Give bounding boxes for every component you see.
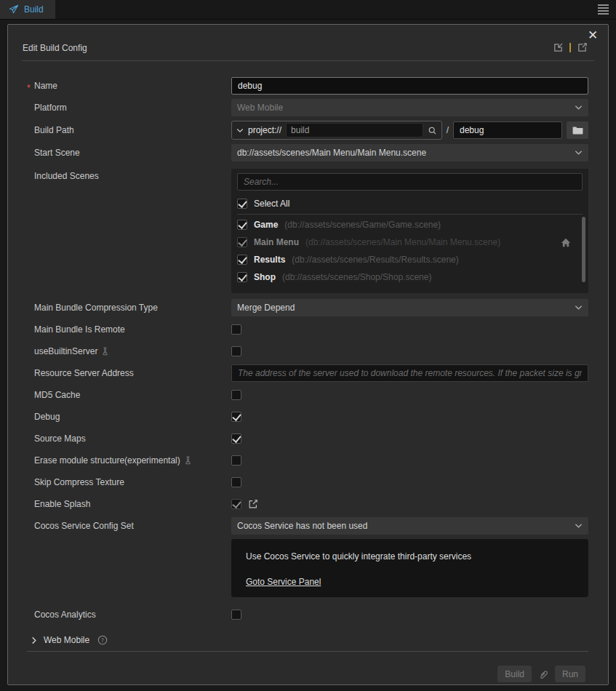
chevron-down-icon xyxy=(575,305,583,311)
top-bar: Build xyxy=(0,0,616,20)
export-config-icon[interactable] xyxy=(577,42,588,53)
enable-splash-checkbox[interactable] xyxy=(231,499,241,509)
platform-label: Platform xyxy=(27,103,231,113)
scene-item-shop[interactable]: Shop (db://assets/scenes/Shop/Shop.scene… xyxy=(237,268,583,286)
service-config-row: Cocos Service Config Set Cocos Service h… xyxy=(27,517,588,535)
source-maps-checkbox[interactable] xyxy=(231,434,241,444)
paper-plane-icon xyxy=(9,4,19,15)
included-scenes-row: Included Scenes Select All Game (db://as… xyxy=(27,169,588,293)
chevron-down-icon xyxy=(575,523,583,529)
resource-server-row: Resource Server Address xyxy=(27,364,588,382)
platform-select[interactable]: Web Mobile xyxy=(231,99,588,116)
path-separator: / xyxy=(447,125,449,135)
debug-label: Debug xyxy=(27,412,231,422)
folder-icon xyxy=(572,126,583,135)
erase-module-label: Erase module structure(experimental) xyxy=(27,455,231,466)
edit-build-config-dialog: ✕ Edit Build Config * Name Platfo xyxy=(7,24,609,685)
erase-module-checkbox[interactable] xyxy=(231,455,241,466)
md5-cache-label: MD5 Cache xyxy=(27,390,231,400)
build-config-form: * Name Platform Web Mobile Build Path xyxy=(8,61,608,682)
compression-label: Main Bundle Compression Type xyxy=(27,303,231,313)
service-message: Use Cocos Service to quickly integrate t… xyxy=(246,551,574,562)
service-config-select[interactable]: Cocos Service has not been used xyxy=(231,517,588,535)
source-maps-label: Source Maps xyxy=(27,434,231,444)
cocos-analytics-label: Cocos Analytics xyxy=(27,610,231,620)
scene-item-main-menu[interactable]: Main Menu (db://assets/scenes/Main Menu/… xyxy=(237,233,583,251)
scene-checkbox[interactable] xyxy=(237,272,247,282)
compression-select[interactable]: Merge Depend xyxy=(231,299,588,316)
skip-compress-checkbox[interactable] xyxy=(231,477,241,487)
md5-cache-checkbox[interactable] xyxy=(231,390,241,400)
start-scene-row: Start Scene db://assets/scenes/Main Menu… xyxy=(27,144,588,161)
scene-checkbox xyxy=(237,237,247,247)
close-icon[interactable]: ✕ xyxy=(586,29,599,42)
chevron-down-icon xyxy=(575,105,583,111)
resource-server-input[interactable] xyxy=(231,364,588,382)
skip-compress-label: Skip Compress Texture xyxy=(27,477,231,487)
build-path-label: Build Path xyxy=(27,125,231,135)
debug-checkbox[interactable] xyxy=(231,412,241,422)
select-all-label: Select All xyxy=(254,199,289,209)
enable-splash-label: Enable Splash xyxy=(27,499,231,509)
cocos-analytics-row: Cocos Analytics xyxy=(27,606,588,623)
open-folder-button[interactable] xyxy=(567,121,588,139)
select-all-checkbox[interactable] xyxy=(237,199,247,209)
link-icon[interactable] xyxy=(538,669,548,679)
service-config-label: Cocos Service Config Set xyxy=(27,521,231,531)
md5-cache-row: MD5 Cache xyxy=(27,386,588,404)
experimental-flask-icon xyxy=(184,456,192,465)
enable-splash-row: Enable Splash xyxy=(27,495,588,513)
svg-text:?: ? xyxy=(101,637,104,644)
name-input[interactable] xyxy=(231,77,588,95)
scene-item-game[interactable]: Game (db://assets/scenes/Game/Game.scene… xyxy=(237,216,583,233)
main-bundle-is-remote-label: Main Bundle Is Remote xyxy=(27,324,231,335)
tab-build[interactable]: Build xyxy=(0,0,55,19)
source-maps-row: Source Maps xyxy=(27,430,588,447)
import-config-icon[interactable] xyxy=(553,42,564,53)
question-icon[interactable]: ? xyxy=(97,635,108,645)
service-info-panel: Use Cocos Service to quickly integrate t… xyxy=(231,539,588,597)
action-divider xyxy=(569,43,571,52)
edit-splash-icon[interactable] xyxy=(248,499,258,509)
main-bundle-is-remote-checkbox[interactable] xyxy=(231,324,241,335)
menu-icon[interactable] xyxy=(594,0,616,19)
use-builtin-server-row: useBuiltinServer xyxy=(27,343,588,360)
resource-server-label: Resource Server Address xyxy=(27,368,231,378)
run-button[interactable]: Run xyxy=(555,666,585,682)
scene-checkbox[interactable] xyxy=(237,255,247,265)
use-builtin-server-label: useBuiltinServer xyxy=(27,346,231,356)
topbar-spacer xyxy=(55,0,594,19)
dialog-footer: Build Run xyxy=(27,652,588,682)
use-builtin-server-checkbox[interactable] xyxy=(231,346,241,356)
experimental-flask-icon xyxy=(101,347,109,356)
select-all-row[interactable]: Select All xyxy=(237,193,583,214)
erase-module-row: Erase module structure(experimental) xyxy=(27,452,588,469)
home-icon xyxy=(561,238,571,247)
search-icon[interactable] xyxy=(428,126,437,135)
scene-search-input[interactable] xyxy=(237,173,583,191)
main-bundle-is-remote-row: Main Bundle Is Remote xyxy=(27,321,588,338)
scrollbar[interactable] xyxy=(582,217,585,282)
dialog-title: Edit Build Config xyxy=(23,43,87,53)
start-scene-select[interactable]: db://assets/scenes/Main Menu/Main Menu.s… xyxy=(231,144,588,161)
chevron-down-icon xyxy=(575,150,583,156)
required-asterisk: * xyxy=(27,83,31,93)
goto-service-panel-link[interactable]: Goto Service Panel xyxy=(246,577,321,587)
build-button[interactable]: Build xyxy=(497,666,532,682)
scene-checkbox[interactable] xyxy=(237,220,247,230)
web-mobile-section-header[interactable]: Web Mobile ? xyxy=(27,631,588,650)
scene-item-results[interactable]: Results (db://assets/scenes/Results/Resu… xyxy=(237,251,583,268)
scene-list-panel: Select All Game (db://assets/scenes/Game… xyxy=(231,169,588,293)
debug-row: Debug xyxy=(27,408,588,426)
cocos-analytics-checkbox[interactable] xyxy=(231,610,241,620)
output-folder-input[interactable] xyxy=(453,121,562,139)
protocol-label: project:// xyxy=(248,125,281,135)
compression-row: Main Bundle Compression Type Merge Depen… xyxy=(27,299,588,316)
chevron-down-icon[interactable] xyxy=(236,128,244,133)
start-scene-label: Start Scene xyxy=(27,148,231,158)
build-path-input[interactable] xyxy=(286,123,423,137)
name-label: * Name xyxy=(27,81,231,91)
build-path-box: project:// xyxy=(231,121,442,140)
platform-row: Platform Web Mobile xyxy=(27,99,588,116)
select-all-divider xyxy=(237,214,583,215)
